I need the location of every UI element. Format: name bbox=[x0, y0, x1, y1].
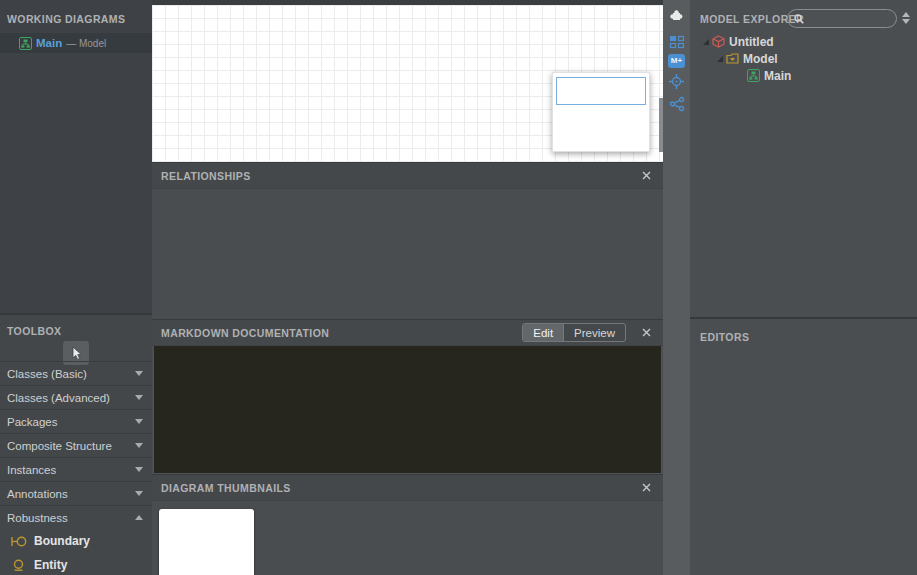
chevron-down-icon bbox=[135, 467, 143, 472]
markdown-editor[interactable] bbox=[153, 346, 662, 474]
search-icon bbox=[794, 14, 804, 24]
chevron-down-icon bbox=[135, 395, 143, 400]
boundary-icon bbox=[10, 535, 27, 548]
diagram-thumbnail-main[interactable] bbox=[159, 509, 254, 575]
toolbox-sections: Classes (Basic) Classes (Advanced) Packa… bbox=[0, 361, 152, 575]
toolbox-section-annotations[interactable]: Annotations bbox=[0, 481, 152, 505]
tree-item-model[interactable]: Model bbox=[717, 50, 778, 67]
right-sidebar: MODEL EXPLORER Untitled bbox=[690, 0, 917, 575]
relationships-title: RELATIONSHIPS bbox=[161, 170, 251, 182]
thumbnails-panel-body bbox=[152, 501, 663, 575]
sort-down-icon bbox=[902, 19, 910, 24]
section-label: Composite Structure bbox=[7, 440, 112, 452]
chevron-up-icon bbox=[135, 515, 143, 520]
toolbox-panel: TOOLBOX Classes (Basic) Classes (Advance… bbox=[0, 317, 152, 575]
section-label: Packages bbox=[7, 416, 58, 428]
cursor-icon bbox=[69, 346, 83, 361]
working-diagrams-dock-button[interactable] bbox=[668, 33, 685, 50]
thumbnails-close-button[interactable] bbox=[638, 480, 654, 496]
tree-label: Main bbox=[764, 69, 791, 83]
sort-toggle-button[interactable] bbox=[900, 10, 912, 26]
uml-class-element[interactable] bbox=[552, 72, 650, 152]
toolbox-tool-entity[interactable]: Entity bbox=[0, 553, 152, 575]
markdown-close-button[interactable] bbox=[638, 325, 654, 341]
share-icon bbox=[669, 96, 685, 112]
search-input[interactable] bbox=[808, 13, 890, 25]
tree-item-main[interactable]: Main bbox=[747, 67, 791, 84]
toolbox-section-classes-basic[interactable]: Classes (Basic) bbox=[0, 361, 152, 385]
markdown-panel-header: MARKDOWN DOCUMENTATION Edit Preview bbox=[152, 319, 663, 346]
section-label: Robustness bbox=[7, 512, 68, 524]
working-diagram-name: Main bbox=[36, 37, 62, 49]
toolbox-section-packages[interactable]: Packages bbox=[0, 409, 152, 433]
section-label: Classes (Basic) bbox=[7, 368, 87, 380]
class-diagram-icon bbox=[19, 37, 32, 50]
model-folder-icon bbox=[726, 52, 739, 65]
working-diagrams-panel: WORKING DIAGRAMS Main — Model bbox=[0, 0, 152, 315]
class-diagram-icon bbox=[747, 69, 760, 82]
share-relations-button[interactable] bbox=[668, 95, 685, 112]
toolbox-section-composite-structure[interactable]: Composite Structure bbox=[0, 433, 152, 457]
markdown-preview-button[interactable]: Preview bbox=[563, 324, 625, 341]
working-diagram-type: — Model bbox=[66, 38, 106, 49]
model-explorer-panel: MODEL EXPLORER Untitled bbox=[690, 0, 917, 319]
section-label: Classes (Advanced) bbox=[7, 392, 110, 404]
markdown-edit-button[interactable]: Edit bbox=[523, 324, 563, 341]
working-diagrams-title: WORKING DIAGRAMS bbox=[7, 13, 125, 25]
chevron-down-icon bbox=[135, 491, 143, 496]
toolbox-section-classes-advanced[interactable]: Classes (Advanced) bbox=[0, 385, 152, 409]
tree-label: Untitled bbox=[729, 35, 774, 49]
tree-expand-icon[interactable] bbox=[717, 56, 723, 62]
working-diagram-item-main[interactable]: Main — Model bbox=[0, 33, 152, 53]
chevron-down-icon bbox=[135, 419, 143, 424]
markdown-mode-toggle: Edit Preview bbox=[522, 323, 626, 342]
section-label: Annotations bbox=[7, 488, 68, 500]
thumbnails-title: DIAGRAM THUMBNAILS bbox=[161, 482, 291, 494]
relationships-panel-body[interactable] bbox=[152, 190, 663, 319]
toolbox-title: TOOLBOX bbox=[7, 325, 62, 337]
extensions-button[interactable] bbox=[668, 8, 685, 25]
close-icon bbox=[642, 483, 651, 492]
toolbox-section-instances[interactable]: Instances bbox=[0, 457, 152, 481]
close-icon bbox=[642, 328, 651, 337]
section-label: Instances bbox=[7, 464, 56, 476]
tree-label: Model bbox=[743, 52, 778, 66]
crosshair-icon bbox=[668, 73, 685, 90]
relationships-panel-header: RELATIONSHIPS bbox=[152, 162, 663, 189]
toolbox-tool-boundary[interactable]: Boundary bbox=[0, 529, 152, 553]
chevron-down-icon bbox=[135, 371, 143, 376]
tree-expand-icon[interactable] bbox=[703, 39, 709, 45]
diagram-grid-icon bbox=[669, 34, 685, 49]
tree-item-untitled[interactable]: Untitled bbox=[703, 33, 774, 50]
center-column: RELATIONSHIPS MARKDOWN DOCUMENTATION Edi… bbox=[152, 0, 663, 575]
sort-up-icon bbox=[902, 12, 910, 17]
tool-label: Entity bbox=[34, 558, 67, 572]
editors-title: EDITORS bbox=[700, 331, 749, 343]
close-icon bbox=[642, 171, 651, 180]
markdown-title: MARKDOWN DOCUMENTATION bbox=[161, 327, 329, 339]
uml-name-compartment[interactable] bbox=[556, 77, 646, 105]
model-explorer-dock-button[interactable]: M+ bbox=[668, 52, 685, 69]
toolbox-section-robustness[interactable]: Robustness bbox=[0, 505, 152, 529]
model-add-icon: M+ bbox=[668, 54, 685, 68]
model-explorer-search[interactable] bbox=[787, 9, 897, 28]
diagram-canvas[interactable] bbox=[152, 5, 663, 162]
chevron-down-icon bbox=[135, 443, 143, 448]
left-sidebar: WORKING DIAGRAMS Main — Model TOOLBOX bbox=[0, 0, 152, 575]
entity-icon bbox=[10, 559, 27, 572]
relationships-close-button[interactable] bbox=[638, 168, 654, 184]
thumbnails-panel-header: DIAGRAM THUMBNAILS bbox=[152, 474, 663, 501]
dock-icon-strip: M+ bbox=[663, 0, 690, 575]
tool-label: Boundary bbox=[34, 534, 90, 548]
editors-panel: EDITORS bbox=[690, 321, 917, 575]
project-cube-icon bbox=[712, 35, 725, 48]
puzzle-icon bbox=[668, 8, 685, 25]
focus-element-button[interactable] bbox=[668, 73, 685, 90]
